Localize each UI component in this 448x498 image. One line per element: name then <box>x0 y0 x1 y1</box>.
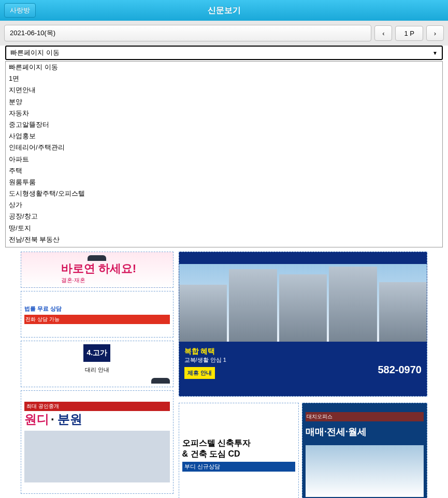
page-indicator[interactable]: 1 P <box>395 26 423 41</box>
ad-tile[interactable]: 복합 혜택 교복/생활 안심 1 제휴 안내 582-0970 <box>179 252 428 397</box>
dropdown-item[interactable]: 상가 <box>6 199 442 211</box>
quick-page-dropdown-list[interactable]: 빠른페이지 이동1면지면안내분양자동차중고알뜰장터사업홍보인테리어/주택관리아파… <box>5 61 443 247</box>
ad-headline: 매매·전세·월세 <box>306 426 424 438</box>
date-selector[interactable]: 2021-06-10(목) <box>4 25 371 41</box>
quick-page-select[interactable]: 빠른페이지 이동 ▼ <box>5 46 443 60</box>
ad-headline: 오피스텔 신축투자 <box>182 438 296 449</box>
dropdown-item[interactable]: 주택 <box>6 165 442 177</box>
ad-subtext: 결혼·재혼 <box>61 276 136 284</box>
ad-headline: 바로연 하세요! <box>61 261 136 276</box>
dropdown-item[interactable]: 사업홍보 <box>6 130 442 142</box>
dropdown-item[interactable]: 인테리어/주택관리 <box>6 142 442 153</box>
ad-subtext: 교복/생활 안심 1 <box>184 356 422 364</box>
dropdown-item[interactable]: 원룸투룸 <box>6 177 442 188</box>
building-image <box>179 264 427 342</box>
next-page-button[interactable]: › <box>426 25 444 41</box>
ad-tile[interactable]: 바로연 하세요! 결혼·재혼 <box>21 252 174 288</box>
dropdown-item[interactable]: 지면안내 <box>6 84 442 96</box>
dropdown-item[interactable]: 공장/창고 <box>6 211 442 222</box>
dropdown-item[interactable]: 분양 <box>6 96 442 108</box>
app-header: 사랑방 신문보기 <box>0 0 448 21</box>
ad-headline: 분원 <box>57 412 82 426</box>
dropdown-item[interactable]: 전남/전북 부동산 <box>6 234 442 245</box>
ad-headline: & 건축 도심 CD <box>182 449 296 460</box>
person-icon <box>151 378 170 384</box>
prev-page-button[interactable]: ‹ <box>374 25 392 41</box>
ad-subtext: 부디 신규상담 <box>182 462 296 472</box>
toolbar: 2021-06-10(목) ‹ 1 P › <box>0 21 448 46</box>
back-button[interactable]: 사랑방 <box>4 3 36 18</box>
ad-tile[interactable]: 대치오피스 매매·전세·월세 <box>302 403 427 498</box>
ad-headline: 원디 <box>24 412 49 426</box>
ad-badge: 대치오피스 <box>306 412 424 421</box>
page-title: 신문보기 <box>208 5 241 16</box>
ad-tile[interactable]: 법률 무료 상담 전화 상담 가능 <box>21 291 174 338</box>
ad-tile[interactable]: 4.고가 대리 안내 <box>21 341 174 387</box>
quick-page-label: 빠른페이지 이동 <box>10 48 60 57</box>
dropdown-item[interactable]: 빠른페이지 이동 <box>6 62 442 73</box>
building-image <box>24 431 170 482</box>
ad-headline: 법률 무료 상담 <box>24 305 170 313</box>
ad-tile[interactable]: 오피스텔 신축투자 & 건축 도심 CD 부디 신규상담 <box>179 403 299 498</box>
ad-cta: 제휴 안내 <box>184 367 215 379</box>
newspaper-content: 바로연 하세요! 결혼·재혼 법률 무료 상담 전화 상담 가능 4.고가 대리… <box>0 247 448 498</box>
ad-subtext: 대리 안내 <box>85 366 109 374</box>
dropdown-item[interactable]: 아파트 <box>6 154 442 165</box>
ad-phone: 582-0970 <box>378 364 422 376</box>
building-image <box>306 445 424 497</box>
dropdown-item[interactable]: 도시형생활주택/오피스텔 <box>6 188 442 199</box>
chevron-down-icon: ▼ <box>432 50 438 56</box>
ad-headline: 복합 혜택 <box>184 347 422 356</box>
dropdown-item[interactable]: 땅/토지 <box>6 223 442 234</box>
ad-tile[interactable]: 최대 공인중개 원디 · 분원 <box>21 390 174 494</box>
ad-subtext: 전화 상담 가능 <box>24 315 170 324</box>
dropdown-item[interactable]: 자동차 <box>6 108 442 119</box>
dropdown-item[interactable]: 중고알뜰장터 <box>6 119 442 130</box>
dropdown-item[interactable]: 1면 <box>6 73 442 84</box>
person-icon <box>88 255 106 261</box>
ad-badge: 4.고가 <box>83 344 110 362</box>
ad-badge: 최대 공인중개 <box>24 402 170 411</box>
